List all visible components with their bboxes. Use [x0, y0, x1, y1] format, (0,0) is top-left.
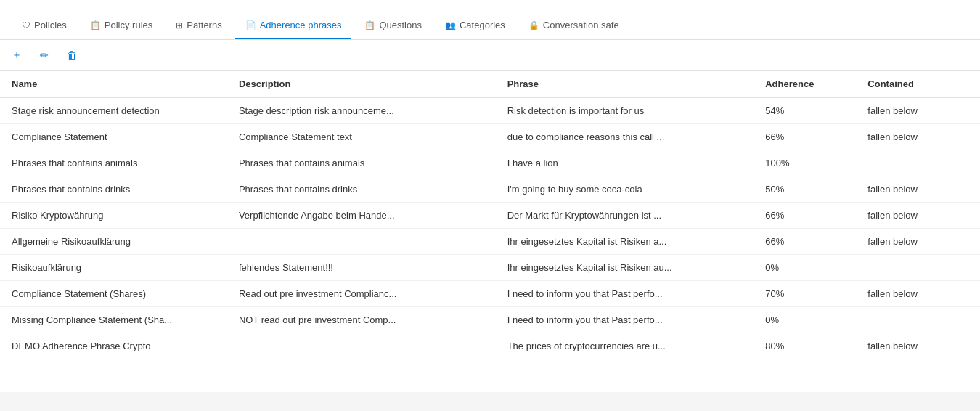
cell-adherence-9: 80%: [754, 333, 856, 359]
edit-icon: ✏: [40, 49, 49, 61]
cell-adherence-4: 66%: [754, 203, 856, 229]
cell-contained-1: fallen below: [856, 124, 980, 150]
questions-tab-icon: 📋: [364, 20, 375, 30]
cell-description-6: fehlendes Statement!!!: [227, 255, 496, 281]
table-row[interactable]: Stage risk announcement detection Stage …: [0, 97, 980, 124]
cell-adherence-6: 0%: [754, 255, 856, 281]
cell-name-5: Allgemeine Risikoaufklärung: [0, 229, 227, 255]
delete-phrase-button[interactable]: 🗑: [67, 46, 81, 64]
table-row[interactable]: Risiko Kryptowährung Verpflichtende Anga…: [0, 203, 980, 229]
nav-tabs: 🛡Policies📋Policy rules⊞Patterns📄Adherenc…: [0, 12, 980, 40]
table-row[interactable]: DEMO Adherence Phrase Crypto The prices …: [0, 333, 980, 359]
cell-phrase-3: I'm going to buy some coca-cola: [496, 176, 754, 203]
col-header-adherence[interactable]: Adherence: [754, 71, 856, 97]
cell-contained-2: [856, 150, 980, 176]
patterns-tab-label: Patterns: [187, 20, 221, 30]
table-row[interactable]: Missing Compliance Statement (Sha... NOT…: [0, 307, 980, 333]
cell-description-7: Read out pre investment Complianc...: [227, 281, 496, 307]
cell-phrase-6: Ihr eingesetztes Kapital ist Risiken au.…: [496, 255, 754, 281]
cell-name-3: Phrases that contains drinks: [0, 176, 227, 203]
cell-description-8: NOT read out pre investment Comp...: [227, 307, 496, 333]
cell-phrase-0: Risk detection is important for us: [496, 97, 754, 124]
add-icon: ＋: [12, 49, 22, 62]
cell-name-9: DEMO Adherence Phrase Crypto: [0, 333, 227, 359]
cell-contained-3: fallen below: [856, 176, 980, 203]
policies-tab-label: Policies: [34, 20, 67, 30]
conversation-safe-tab-label: Conversation safe: [543, 20, 619, 30]
cell-adherence-3: 50%: [754, 176, 856, 203]
delete-icon: 🗑: [67, 49, 77, 61]
adherence-phrases-tab-label: Adherence phrases: [260, 20, 342, 30]
cell-description-2: Phrases that contains animals: [227, 150, 496, 176]
cell-phrase-1: due to compliance reasons this call ...: [496, 124, 754, 150]
table-row[interactable]: Risikoaufklärung fehlendes Statement!!! …: [0, 255, 980, 281]
col-header-description[interactable]: Description: [227, 71, 496, 97]
cell-description-4: Verpflichtende Angabe beim Hande...: [227, 203, 496, 229]
cell-adherence-8: 0%: [754, 307, 856, 333]
policies-tab-icon: 🛡: [22, 20, 30, 30]
cell-adherence-0: 54%: [754, 97, 856, 124]
cell-contained-5: fallen below: [856, 229, 980, 255]
cell-phrase-7: I need to inform you that Past perfo...: [496, 281, 754, 307]
tab-adherence-phrases[interactable]: 📄Adherence phrases: [235, 12, 352, 39]
questions-tab-label: Questions: [379, 20, 422, 30]
patterns-tab-icon: ⊞: [176, 20, 183, 30]
add-phrase-button[interactable]: ＋: [12, 46, 25, 65]
tab-policy-rules[interactable]: 📋Policy rules: [80, 12, 163, 39]
table-row[interactable]: Phrases that contains animals Phrases th…: [0, 150, 980, 176]
tab-policies[interactable]: 🛡Policies: [12, 12, 77, 39]
cell-name-7: Compliance Statement (Shares): [0, 281, 227, 307]
policy-rules-tab-label: Policy rules: [105, 20, 152, 30]
cell-contained-9: fallen below: [856, 333, 980, 359]
conversation-safe-tab-icon: 🔒: [528, 20, 539, 30]
edit-phrase-button[interactable]: ✏: [40, 46, 52, 64]
cell-description-0: Stage description risk announceme...: [227, 97, 496, 124]
cell-adherence-2: 100%: [754, 150, 856, 176]
toolbar: ＋ ✏ 🗑: [0, 40, 980, 71]
data-table: Name Description Phrase Adherence Contai…: [0, 71, 980, 359]
table-row[interactable]: Compliance Statement (Shares) Read out p…: [0, 281, 980, 307]
table-header-row: Name Description Phrase Adherence Contai…: [0, 71, 980, 97]
categories-tab-icon: 👥: [445, 20, 456, 30]
col-header-contained[interactable]: Contained: [856, 71, 980, 97]
content-area: Name Description Phrase Adherence Contai…: [0, 71, 980, 392]
cell-phrase-8: I need to inform you that Past perfo...: [496, 307, 754, 333]
table-row[interactable]: Compliance Statement Compliance Statemen…: [0, 124, 980, 150]
cell-contained-8: [856, 307, 980, 333]
cell-adherence-7: 70%: [754, 281, 856, 307]
table-row[interactable]: Phrases that contains drinks Phrases tha…: [0, 176, 980, 203]
cell-name-4: Risiko Kryptowährung: [0, 203, 227, 229]
cell-phrase-2: I have a lion: [496, 150, 754, 176]
adherence-phrases-tab-icon: 📄: [245, 20, 256, 30]
cell-description-5: [227, 229, 496, 255]
tab-questions[interactable]: 📋Questions: [354, 12, 432, 39]
cell-adherence-1: 66%: [754, 124, 856, 150]
cell-contained-0: fallen below: [856, 97, 980, 124]
cell-name-8: Missing Compliance Statement (Sha...: [0, 307, 227, 333]
categories-tab-label: Categories: [460, 20, 505, 30]
cell-adherence-5: 66%: [754, 229, 856, 255]
col-header-name[interactable]: Name: [0, 71, 227, 97]
cell-name-2: Phrases that contains animals: [0, 150, 227, 176]
cell-name-1: Compliance Statement: [0, 124, 227, 150]
cell-phrase-4: Der Markt für Kryptowährungen ist ...: [496, 203, 754, 229]
table-row[interactable]: Allgemeine Risikoaufklärung Ihr eingeset…: [0, 229, 980, 255]
cell-name-6: Risikoaufklärung: [0, 255, 227, 281]
cell-contained-7: fallen below: [856, 281, 980, 307]
cell-phrase-5: Ihr eingesetztes Kapital ist Risiken a..…: [496, 229, 754, 255]
tab-patterns[interactable]: ⊞Patterns: [166, 12, 232, 39]
cell-contained-6: [856, 255, 980, 281]
tab-conversation-safe[interactable]: 🔒Conversation safe: [518, 12, 629, 39]
cell-name-0: Stage risk announcement detection: [0, 97, 227, 124]
cell-phrase-9: The prices of cryptocurrencies are u...: [496, 333, 754, 359]
policy-rules-tab-icon: 📋: [90, 20, 101, 30]
cell-description-9: [227, 333, 496, 359]
app-header: [0, 0, 980, 12]
col-header-phrase[interactable]: Phrase: [496, 71, 754, 97]
tab-categories[interactable]: 👥Categories: [435, 12, 515, 39]
cell-description-1: Compliance Statement text: [227, 124, 496, 150]
cell-contained-4: fallen below: [856, 203, 980, 229]
cell-description-3: Phrases that contains drinks: [227, 176, 496, 203]
